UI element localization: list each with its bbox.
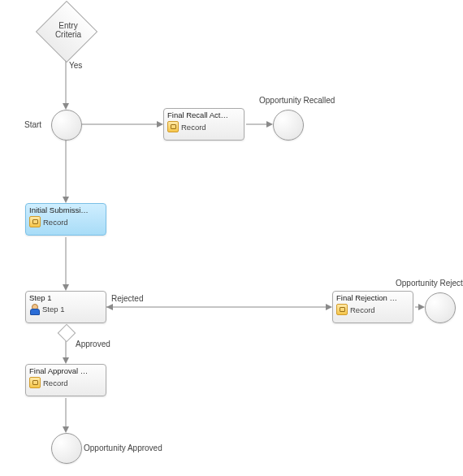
node-rejection-title: Final Rejection … (336, 293, 409, 302)
recalled-label: Opportunity Recalled (259, 96, 335, 105)
edge-label-yes: Yes (69, 61, 82, 70)
node-final-recall[interactable]: Final Recall Act… Record (163, 108, 244, 141)
rejected-label: Opportunity Rejected (396, 279, 463, 288)
node-step1-title: Step 1 (29, 293, 102, 302)
user-icon (29, 304, 40, 314)
edge-label-approved: Approved (76, 340, 110, 348)
node-final-recall-title: Final Recall Act… (167, 110, 240, 119)
svg-marker-2 (266, 121, 273, 128)
node-step1-sub: Step 1 (42, 305, 64, 314)
node-initial-sub: Record (43, 218, 68, 227)
node-final-rejection[interactable]: Final Rejection … Record (332, 291, 413, 323)
start-circle[interactable] (51, 110, 82, 141)
start-label: Start (24, 120, 41, 129)
decision-diamond (58, 324, 76, 343)
lock-icon (29, 377, 41, 388)
node-final-approval[interactable]: Final Approval … Record (25, 364, 106, 396)
lock-icon (29, 216, 41, 227)
node-initial-title: Initial Submissi… (29, 206, 102, 214)
entry-criteria-label: Entry Criteria (52, 21, 84, 39)
svg-marker-7 (418, 304, 425, 310)
recalled-circle[interactable] (273, 110, 304, 141)
svg-marker-6 (326, 304, 332, 310)
node-approval-sub: Record (43, 379, 68, 387)
node-final-recall-sub: Record (181, 123, 206, 132)
svg-marker-0 (63, 103, 69, 110)
svg-marker-9 (63, 426, 69, 433)
edge-label-rejected: Rejected (111, 294, 143, 303)
node-rejection-sub: Record (350, 305, 375, 314)
node-step1[interactable]: Step 1 Step 1 (25, 291, 106, 323)
svg-marker-8 (63, 357, 69, 364)
svg-marker-5 (106, 304, 113, 310)
rejected-circle[interactable] (425, 292, 456, 323)
approved-circle[interactable] (51, 433, 82, 464)
svg-marker-3 (63, 197, 69, 203)
svg-marker-1 (157, 121, 163, 128)
node-approval-title: Final Approval … (29, 366, 102, 375)
flow-canvas: Entry Criteria Yes Start Final Recall Ac… (0, 0, 463, 476)
approved-label: Opportunity Approved (84, 444, 162, 452)
svg-marker-4 (63, 284, 69, 291)
lock-icon (167, 121, 179, 132)
node-initial-submission[interactable]: Initial Submissi… Record (25, 203, 106, 236)
edges-layer (0, 0, 463, 476)
lock-icon (336, 304, 348, 315)
